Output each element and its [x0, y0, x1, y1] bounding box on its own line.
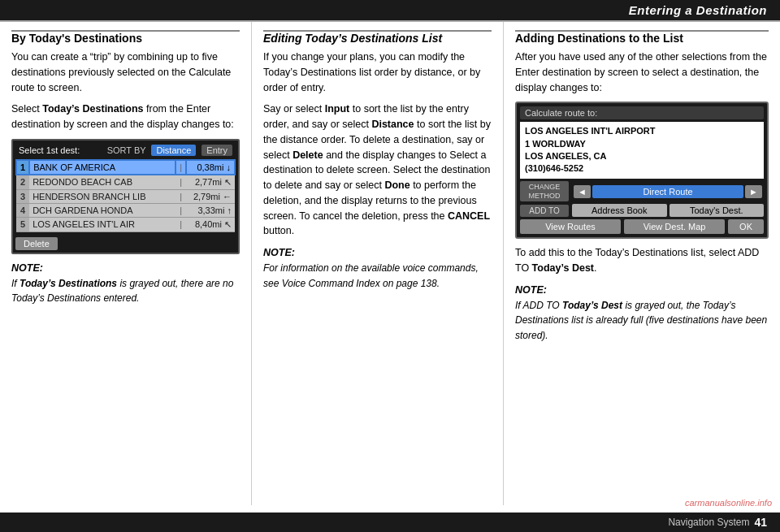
- dest-name: DCH GARDENA HONDA: [29, 203, 176, 217]
- ok-btn[interactable]: OK: [728, 219, 764, 234]
- col3: Adding Destinations to the List After yo…: [504, 22, 780, 505]
- nav-add-to-row: ADD TO Address Book Today's Dest.: [520, 204, 764, 217]
- nav-screen: Calculate route to: LOS ANGELES INT'L AI…: [515, 102, 769, 239]
- nav-line: LOS ANGELES INT'L AIRPORT: [525, 125, 759, 137]
- dest-name: HENDERSON BRANCH LIB: [29, 189, 176, 203]
- nav-line: 1 WORLDWAY: [525, 138, 759, 150]
- watermark: carmanualsonline.info: [685, 498, 772, 508]
- row-number: 4: [16, 203, 29, 217]
- table-row[interactable]: 2 REDONDO BEACH CAB | 2,77mi ↖: [16, 175, 235, 190]
- dest-name: LOS ANGELES INT'L AIR: [29, 217, 176, 231]
- col3-heading: Adding Destinations to the List: [515, 30, 769, 45]
- nav-line: LOS ANGELES, CA: [525, 150, 759, 162]
- select-label: Select 1st dest:: [19, 145, 80, 155]
- add-to-label: ADD TO: [520, 205, 569, 217]
- dist-value: 8,40mi ↖: [186, 217, 235, 231]
- delete-button[interactable]: Delete: [15, 237, 58, 250]
- col2-body1: If you change your plans, you can modify…: [263, 50, 492, 95]
- table-row[interactable]: 3 HENDERSON BRANCH LIB | 2,79mi ←: [16, 189, 235, 203]
- dest-name: BANK OF AMERICA: [29, 160, 176, 175]
- select-table-header: Select 1st dest: SORT BY Distance Entry: [15, 143, 236, 158]
- address-book-btn[interactable]: Address Book: [572, 204, 667, 217]
- col1-heading: By Today's Destinations: [11, 30, 240, 45]
- footer-label: Navigation System: [668, 517, 749, 528]
- table-row[interactable]: 4 DCH GARDENA HONDA | 3,33mi ↑: [16, 203, 235, 217]
- todays-dest-btn[interactable]: Today's Dest.: [670, 204, 765, 217]
- nav-bottom-row: View Routes View Dest. Map OK: [520, 219, 764, 234]
- col3-body1: After you have used any of the other sel…: [515, 50, 769, 95]
- col3-body2: To add this to the Today’s Destinations …: [515, 245, 769, 276]
- view-routes-btn[interactable]: View Routes: [520, 219, 621, 234]
- sort-distance-btn[interactable]: Distance: [151, 145, 196, 156]
- dest-name: REDONDO BEACH CAB: [29, 175, 176, 190]
- page-header: Entering a Destination: [0, 0, 780, 20]
- col1-select-instruction: Select Today’s Destinations from the Ent…: [11, 102, 240, 132]
- left-arrow[interactable]: ◄: [574, 185, 591, 198]
- row-number: 2: [16, 175, 29, 190]
- nav-screen-title: Calculate route to:: [520, 106, 764, 119]
- nav-screen-content: LOS ANGELES INT'L AIRPORT1 WORLDWAYLOS A…: [520, 122, 764, 179]
- sort-by-label: SORT BY Distance Entry: [107, 145, 232, 156]
- dist-value: 2,77mi ↖: [186, 175, 235, 190]
- col1: By Today's Destinations You can create a…: [0, 22, 252, 505]
- content-area: By Today's Destinations You can create a…: [0, 22, 780, 505]
- select-dest-table-container: Select 1st dest: SORT BY Distance Entry …: [11, 139, 240, 254]
- col2-body2: Say or select Input to sort the list by …: [263, 102, 492, 239]
- row-number: 1: [16, 160, 29, 175]
- dist-value: 0,38mi ↓: [186, 160, 235, 175]
- col3-note: NOTE: If ADD TO Today’s Dest is grayed o…: [515, 283, 769, 344]
- dist-value: 2,79mi ←: [186, 189, 235, 203]
- footer-page: 41: [754, 516, 767, 529]
- col2-note: NOTE: For information on the available v…: [263, 245, 492, 291]
- header-title: Entering a Destination: [629, 3, 767, 17]
- col1-note: NOTE: If Today’s Destinations is grayed …: [11, 261, 240, 306]
- separator: |: [176, 217, 186, 231]
- destinations-table: 1 BANK OF AMERICA | 0,38mi ↓ 2 REDONDO B…: [15, 159, 236, 232]
- table-row[interactable]: 5 LOS ANGELES INT'L AIR | 8,40mi ↖: [16, 217, 235, 231]
- dist-value: 3,33mi ↑: [186, 203, 235, 217]
- separator: |: [176, 189, 186, 203]
- separator: |: [176, 175, 186, 190]
- separator: |: [176, 203, 186, 217]
- col2-heading: Editing Today’s Destinations List: [263, 30, 492, 45]
- col2: Editing Today’s Destinations List If you…: [252, 22, 504, 505]
- row-number: 3: [16, 189, 29, 203]
- page-footer: Navigation System 41: [0, 513, 780, 532]
- nav-change-method-row: CHANGE METHOD ◄ Direct Route ►: [520, 181, 764, 202]
- change-method-label: CHANGE METHOD: [520, 181, 569, 202]
- row-number: 5: [16, 217, 29, 231]
- separator: |: [176, 160, 186, 175]
- sort-entry-btn[interactable]: Entry: [202, 145, 232, 156]
- direct-route-btn[interactable]: Direct Route: [592, 185, 743, 198]
- table-row[interactable]: 1 BANK OF AMERICA | 0,38mi ↓: [16, 160, 235, 175]
- view-dest-map-btn[interactable]: View Dest. Map: [624, 219, 725, 234]
- right-arrow[interactable]: ►: [745, 185, 762, 198]
- nav-line: (310)646-5252: [525, 162, 759, 175]
- col1-intro: You can create a “trip” by combining up …: [11, 50, 240, 95]
